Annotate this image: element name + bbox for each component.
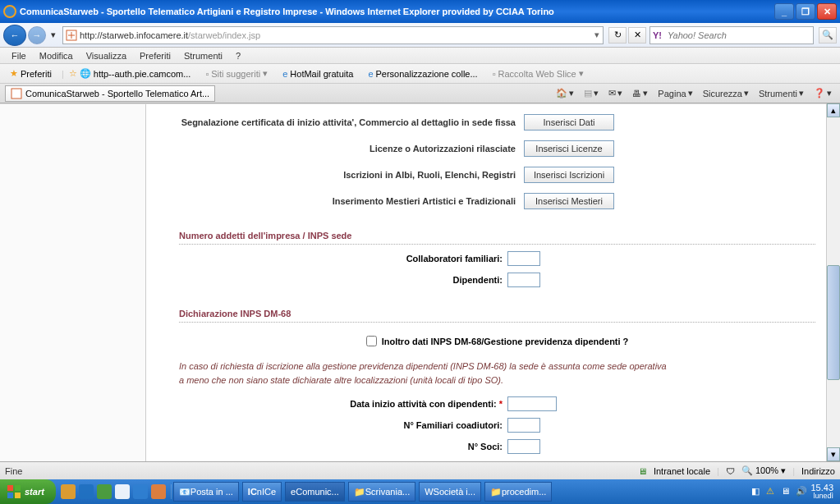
svg-rect-3	[7, 485, 13, 491]
fav-link-0[interactable]: ☆🌐http--auth.pie.camcom...	[64, 66, 196, 80]
n-soci-label: N° Soci:	[179, 442, 507, 451]
window-titlebar: ComunicaStarweb - Sportello Telematico A…	[0, 0, 840, 23]
yahoo-icon: Y!	[650, 30, 664, 40]
page-menu[interactable]: Pagina ▾	[654, 86, 695, 100]
window-title: ComunicaStarweb - Sportello Telematico A…	[20, 7, 774, 16]
tab-title: ComunicaStarweb - Sportello Telematico A…	[25, 89, 209, 99]
maximize-button[interactable]: ❐	[796, 3, 815, 20]
fav-link-3[interactable]: ePersonalizzazione colle...	[363, 67, 482, 80]
mail-button[interactable]: ✉▾	[605, 86, 626, 100]
back-button[interactable]: ←	[3, 25, 26, 46]
tray-icon-3[interactable]: 🖥	[781, 486, 792, 497]
security-zone: Intranet locale	[654, 466, 710, 476]
inserisci-dati-button[interactable]: Inserisci Dati	[524, 114, 614, 131]
task-nice[interactable]: IC nICe	[242, 482, 282, 502]
stop-button[interactable]: ✕	[628, 27, 646, 44]
search-input[interactable]	[664, 28, 813, 43]
tools-menu[interactable]: Strumenti ▾	[755, 86, 807, 100]
browser-tab[interactable]: ComunicaStarweb - Sportello Telematico A…	[5, 85, 215, 102]
search-button[interactable]: 🔍	[819, 27, 837, 44]
task-scrivania[interactable]: 📁 Scrivania...	[348, 482, 415, 502]
menu-strumenti[interactable]: Strumenti	[177, 49, 229, 62]
row-label-iscrizioni: Iscrizioni in Albi, Ruoli, Elenchi, Regi…	[179, 170, 524, 180]
folder-icon: 📁	[490, 487, 502, 497]
section-dm68: Dichiarazione INPS DM-68	[179, 304, 815, 323]
address-dropdown-icon[interactable]: ▾	[591, 30, 603, 40]
security-menu[interactable]: Sicurezza ▾	[700, 86, 752, 100]
taskbar: start 📧 Posta in ... IC nICe e Comunic..…	[0, 479, 840, 504]
ql-icon-5[interactable]	[133, 484, 148, 499]
menu-preferiti[interactable]: Preferiti	[133, 49, 177, 62]
ql-icon-6[interactable]	[151, 484, 166, 499]
dipend-input[interactable]	[507, 273, 540, 287]
zoom-level[interactable]: 🔍 100% ▾	[741, 465, 786, 476]
section-addetti: Numero addetti dell'impresa / INPS sede	[179, 226, 815, 245]
tray-icon-2[interactable]: ⚠	[766, 486, 778, 497]
data-inizio-input[interactable]	[507, 396, 557, 411]
ql-icon-4[interactable]	[115, 484, 130, 499]
favorites-button[interactable]: ★Preferiti	[5, 66, 57, 80]
print-button[interactable]: 🖶▾	[629, 86, 651, 100]
search-box[interactable]: Y!	[650, 26, 814, 44]
fav-link-2[interactable]: eHotMail gratuita	[278, 67, 358, 80]
menu-file[interactable]: File	[5, 49, 33, 62]
nav-history-dropdown[interactable]: ▾	[48, 27, 59, 44]
task-societa[interactable]: W Società i...	[419, 482, 481, 502]
print-icon: 🖶	[632, 89, 641, 99]
tray-icon-1[interactable]: ◧	[751, 486, 763, 497]
svg-rect-5	[7, 493, 13, 498]
dipend-label: Dipendenti:	[179, 275, 507, 285]
svg-rect-4	[15, 485, 21, 491]
system-tray: ◧ ⚠ 🖥 🔊 15.43 lunedì	[745, 479, 840, 504]
refresh-button[interactable]: ↻	[608, 27, 627, 44]
task-procedim[interactable]: 📁 procedim...	[484, 482, 552, 502]
star-icon: ☆	[69, 68, 77, 79]
help-button[interactable]: ❓▾	[810, 86, 835, 100]
n-soci-input[interactable]	[507, 439, 540, 454]
scroll-down-button[interactable]: ▾	[827, 447, 840, 461]
forward-button[interactable]: →	[28, 26, 46, 44]
start-button[interactable]: start	[0, 479, 56, 504]
favorites-bar: ★Preferiti | ☆🌐http--auth.pie.camcom... …	[0, 64, 840, 84]
feeds-button[interactable]: ▤▾	[581, 86, 602, 100]
inserisci-mestieri-button[interactable]: Inserisci Mestieri	[524, 193, 614, 209]
fav-link-1[interactable]: ▫Siti suggeriti▾	[200, 66, 273, 80]
scroll-thumb[interactable]	[827, 265, 840, 380]
row-label-licenze: Licenze o Autorizzazioni rilasciate	[179, 144, 524, 153]
n-familiari-input[interactable]	[507, 418, 540, 433]
vertical-scrollbar[interactable]: ▴ ▾	[826, 103, 840, 461]
star-icon: ★	[10, 68, 18, 79]
task-comunic[interactable]: e Comunic...	[285, 482, 345, 502]
minimize-button[interactable]: _	[774, 3, 794, 20]
clock[interactable]: 15.43 lunedì	[810, 483, 833, 501]
inserisci-licenze-button[interactable]: Inserisci Licenze	[524, 140, 614, 157]
menu-help[interactable]: ?	[229, 49, 247, 62]
windows-logo-icon	[7, 484, 21, 499]
page-icon	[66, 30, 77, 41]
collab-input[interactable]	[507, 251, 540, 266]
inserisci-iscrizioni-button[interactable]: Inserisci Iscrizioni	[524, 167, 614, 183]
svg-rect-6	[15, 493, 21, 498]
menu-modifica[interactable]: Modifica	[33, 49, 80, 62]
n-familiari-label: N° Familiari coadiutori:	[179, 420, 507, 430]
row-label-segnalazione: Segnalazione certificata di inizio attiv…	[179, 117, 524, 127]
ql-icon-3[interactable]	[97, 484, 112, 499]
tray-volume-icon[interactable]: 🔊	[796, 486, 807, 497]
task-posta[interactable]: 📧 Posta in ...	[173, 482, 239, 502]
close-button[interactable]: ✕	[817, 3, 837, 20]
address-bar[interactable]: http://starweb.infocamere.it/starweb/ind…	[62, 26, 604, 44]
home-button[interactable]: 🏠▾	[553, 86, 577, 100]
fav-link-4[interactable]: ▫Raccolta Web Slice▾	[488, 66, 589, 80]
dm68-checkbox-label: Inoltro dati INPS DM-68/Gestione previde…	[382, 337, 629, 346]
word-icon: W	[425, 487, 433, 497]
zone-icon: 🖥	[638, 466, 647, 476]
menu-visualizza[interactable]: Visualizza	[80, 49, 133, 62]
scroll-up-button[interactable]: ▴	[827, 103, 840, 117]
outlook-icon: 📧	[179, 487, 190, 497]
ql-icon-1[interactable]	[61, 484, 76, 499]
folder-icon: 📁	[354, 487, 365, 497]
ie-icon: e	[368, 69, 373, 79]
dm68-checkbox[interactable]	[366, 336, 377, 346]
indirizzo-label: Indirizzo	[801, 466, 835, 476]
ql-icon-2[interactable]	[79, 484, 94, 499]
